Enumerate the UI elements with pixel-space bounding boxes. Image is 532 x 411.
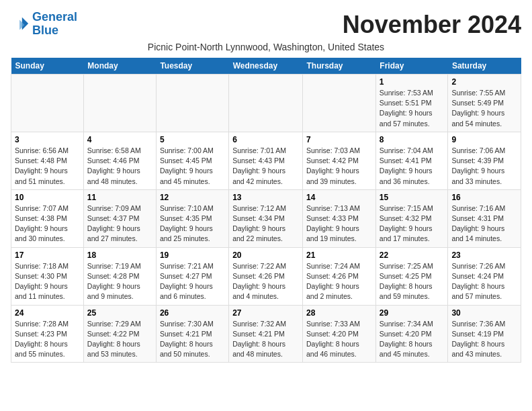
- col-sunday: Sunday: [11, 58, 84, 75]
- table-row: [156, 75, 228, 132]
- logo-icon: [11, 15, 30, 34]
- day-info: Sunrise: 7:33 AMSunset: 4:20 PMDaylight:…: [306, 319, 372, 360]
- day-info: Sunrise: 7:30 AMSunset: 4:21 PMDaylight:…: [160, 319, 225, 360]
- day-number: 24: [15, 308, 80, 318]
- month-title: November 2024: [343, 11, 521, 39]
- logo-line2: Blue: [32, 24, 58, 37]
- day-info: Sunrise: 7:18 AMSunset: 4:30 PMDaylight:…: [15, 261, 80, 302]
- day-number: 14: [306, 193, 372, 202]
- table-row: 8Sunrise: 7:04 AMSunset: 4:41 PMDaylight…: [375, 132, 448, 189]
- page-container: General Blue November 2024 Picnic Point-…: [11, 11, 521, 363]
- day-info: Sunrise: 7:36 AMSunset: 4:19 PMDaylight:…: [451, 319, 517, 360]
- table-row: 28Sunrise: 7:33 AMSunset: 4:20 PMDayligh…: [303, 305, 376, 363]
- day-number: 23: [451, 250, 517, 260]
- day-number: 12: [160, 193, 225, 202]
- day-info: Sunrise: 7:04 AMSunset: 4:41 PMDaylight:…: [380, 146, 445, 187]
- day-info: Sunrise: 7:16 AMSunset: 4:31 PMDaylight:…: [451, 203, 517, 244]
- table-row: 7Sunrise: 7:03 AMSunset: 4:42 PMDaylight…: [303, 132, 376, 189]
- col-monday: Monday: [83, 58, 156, 75]
- day-number: 3: [15, 135, 80, 144]
- day-info: Sunrise: 7:10 AMSunset: 4:35 PMDaylight:…: [160, 203, 225, 244]
- col-thursday: Thursday: [303, 58, 376, 75]
- table-row: 10Sunrise: 7:07 AMSunset: 4:38 PMDayligh…: [11, 189, 84, 247]
- table-row: 6Sunrise: 7:01 AMSunset: 4:43 PMDaylight…: [229, 132, 303, 189]
- day-info: Sunrise: 7:24 AMSunset: 4:26 PMDaylight:…: [306, 261, 372, 302]
- header-area: General Blue November 2024: [11, 11, 521, 39]
- day-number: 20: [232, 250, 299, 260]
- table-row: 18Sunrise: 7:19 AMSunset: 4:28 PMDayligh…: [83, 247, 156, 305]
- day-number: 9: [451, 135, 517, 144]
- table-row: 29Sunrise: 7:34 AMSunset: 4:20 PMDayligh…: [375, 305, 448, 363]
- day-info: Sunrise: 7:09 AMSunset: 4:37 PMDaylight:…: [87, 203, 152, 244]
- table-row: 21Sunrise: 7:24 AMSunset: 4:26 PMDayligh…: [303, 247, 376, 305]
- table-row: 20Sunrise: 7:22 AMSunset: 4:26 PMDayligh…: [229, 247, 303, 305]
- day-info: Sunrise: 7:07 AMSunset: 4:38 PMDaylight:…: [15, 203, 80, 244]
- day-number: 22: [380, 250, 445, 260]
- day-info: Sunrise: 7:22 AMSunset: 4:26 PMDaylight:…: [232, 261, 299, 302]
- day-number: 1: [380, 77, 445, 87]
- logo: General Blue: [11, 11, 77, 38]
- day-number: 5: [160, 135, 225, 144]
- logo-text: General Blue: [32, 11, 77, 38]
- day-info: Sunrise: 7:26 AMSunset: 4:24 PMDaylight:…: [451, 261, 517, 302]
- day-info: Sunrise: 7:06 AMSunset: 4:39 PMDaylight:…: [451, 146, 517, 187]
- calendar-header-row: Sunday Monday Tuesday Wednesday Thursday…: [11, 58, 521, 75]
- day-number: 21: [306, 250, 372, 260]
- day-number: 30: [451, 308, 517, 318]
- day-info: Sunrise: 6:56 AMSunset: 4:48 PMDaylight:…: [15, 146, 80, 187]
- day-info: Sunrise: 7:34 AMSunset: 4:20 PMDaylight:…: [380, 319, 445, 360]
- day-info: Sunrise: 7:55 AMSunset: 5:49 PMDaylight:…: [451, 88, 517, 129]
- table-row: 17Sunrise: 7:18 AMSunset: 4:30 PMDayligh…: [11, 247, 84, 305]
- day-info: Sunrise: 7:01 AMSunset: 4:43 PMDaylight:…: [232, 146, 299, 187]
- table-row: 1Sunrise: 7:53 AMSunset: 5:51 PMDaylight…: [375, 75, 448, 132]
- table-row: [229, 75, 303, 132]
- day-number: 15: [380, 193, 445, 202]
- table-row: 5Sunrise: 7:00 AMSunset: 4:45 PMDaylight…: [156, 132, 228, 189]
- calendar-week-row: 1Sunrise: 7:53 AMSunset: 5:51 PMDaylight…: [11, 75, 521, 132]
- table-row: 3Sunrise: 6:56 AMSunset: 4:48 PMDaylight…: [11, 132, 84, 189]
- day-info: Sunrise: 7:21 AMSunset: 4:27 PMDaylight:…: [160, 261, 225, 302]
- subtitle: Picnic Point-North Lynnwood, Washington,…: [11, 42, 521, 52]
- day-number: 2: [451, 77, 517, 87]
- day-number: 7: [306, 135, 372, 144]
- day-info: Sunrise: 7:28 AMSunset: 4:23 PMDaylight:…: [15, 319, 80, 360]
- day-number: 18: [87, 250, 152, 260]
- table-row: [83, 75, 156, 132]
- calendar-week-row: 24Sunrise: 7:28 AMSunset: 4:23 PMDayligh…: [11, 305, 521, 363]
- day-number: 11: [87, 193, 152, 202]
- table-row: 14Sunrise: 7:13 AMSunset: 4:33 PMDayligh…: [303, 189, 376, 247]
- col-friday: Friday: [375, 58, 448, 75]
- table-row: 22Sunrise: 7:25 AMSunset: 4:25 PMDayligh…: [375, 247, 448, 305]
- table-row: 30Sunrise: 7:36 AMSunset: 4:19 PMDayligh…: [448, 305, 521, 363]
- day-info: Sunrise: 7:13 AMSunset: 4:33 PMDaylight:…: [306, 203, 372, 244]
- table-row: 2Sunrise: 7:55 AMSunset: 5:49 PMDaylight…: [448, 75, 521, 132]
- logo-line1: General: [32, 10, 77, 24]
- table-row: 4Sunrise: 6:58 AMSunset: 4:46 PMDaylight…: [83, 132, 156, 189]
- day-info: Sunrise: 7:12 AMSunset: 4:34 PMDaylight:…: [232, 203, 299, 244]
- day-number: 17: [15, 250, 80, 260]
- day-number: 8: [380, 135, 445, 144]
- day-info: Sunrise: 6:58 AMSunset: 4:46 PMDaylight:…: [87, 146, 152, 187]
- table-row: [303, 75, 376, 132]
- calendar-week-row: 10Sunrise: 7:07 AMSunset: 4:38 PMDayligh…: [11, 189, 521, 247]
- table-row: [11, 75, 84, 132]
- table-row: 26Sunrise: 7:30 AMSunset: 4:21 PMDayligh…: [156, 305, 228, 363]
- day-number: 25: [87, 308, 152, 318]
- table-row: 24Sunrise: 7:28 AMSunset: 4:23 PMDayligh…: [11, 305, 84, 363]
- day-number: 13: [232, 193, 299, 202]
- table-row: 12Sunrise: 7:10 AMSunset: 4:35 PMDayligh…: [156, 189, 228, 247]
- day-number: 26: [160, 308, 225, 318]
- day-info: Sunrise: 7:03 AMSunset: 4:42 PMDaylight:…: [306, 146, 372, 187]
- calendar-week-row: 17Sunrise: 7:18 AMSunset: 4:30 PMDayligh…: [11, 247, 521, 305]
- table-row: 19Sunrise: 7:21 AMSunset: 4:27 PMDayligh…: [156, 247, 228, 305]
- table-row: 27Sunrise: 7:32 AMSunset: 4:21 PMDayligh…: [229, 305, 303, 363]
- day-number: 4: [87, 135, 152, 144]
- col-wednesday: Wednesday: [229, 58, 303, 75]
- day-info: Sunrise: 7:29 AMSunset: 4:22 PMDaylight:…: [87, 319, 152, 360]
- day-info: Sunrise: 7:19 AMSunset: 4:28 PMDaylight:…: [87, 261, 152, 302]
- day-number: 16: [451, 193, 517, 202]
- table-row: 13Sunrise: 7:12 AMSunset: 4:34 PMDayligh…: [229, 189, 303, 247]
- day-info: Sunrise: 7:00 AMSunset: 4:45 PMDaylight:…: [160, 146, 225, 187]
- day-number: 10: [15, 193, 80, 202]
- day-number: 19: [160, 250, 225, 260]
